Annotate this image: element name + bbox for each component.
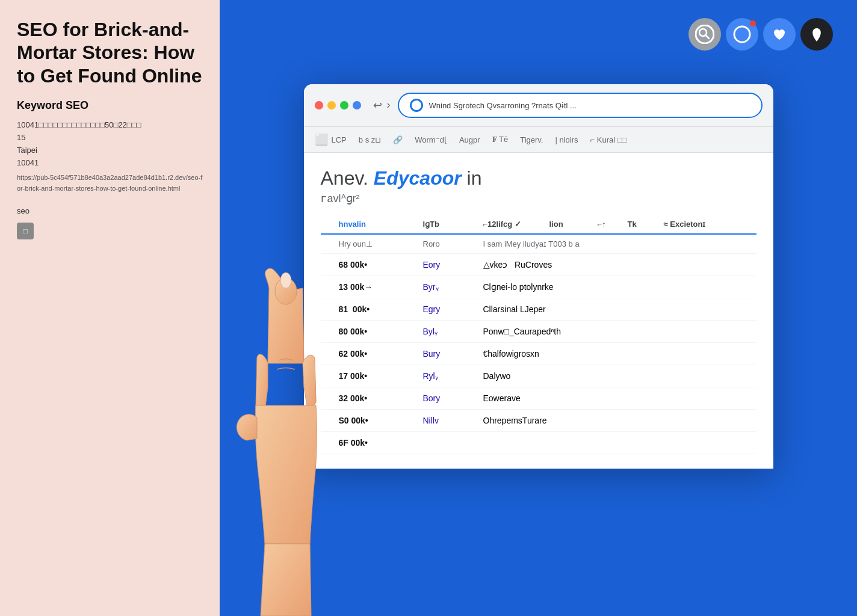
table-row[interactable]: 80 00k• Bylᵧ Ponw□_Caurapedⁿth [321, 321, 756, 343]
browser-app-icon-3[interactable] [763, 18, 796, 51]
browser-tabs: ⬜ LCP b s z⊔ 🔗 Worm⁻d⌊ Augpr 𝐅 Tē Tigerv… [304, 127, 773, 153]
col-comp-header: lion [549, 220, 598, 229]
data-table: hnvalin lɡTb ⌐12lifcg ✓ lion ⌐↑ Tk ≈ Exc… [321, 215, 756, 454]
extra-tab[interactable] [353, 101, 361, 109]
pointing-hand-illustration [208, 267, 376, 616]
tab-nloirs-label: | nloirs [555, 135, 578, 144]
browser-toolbar: ↩ › Wnind Sgrotech Qvsarroning ?rnats Qɨ… [304, 84, 773, 127]
table-row[interactable]: 32 00k• Bory Eowerave [321, 387, 756, 410]
table-row[interactable]: 81 00k• Egry Cllarsinal LJeper [321, 298, 756, 321]
subrow-vol: Roro [423, 239, 483, 248]
page-sub: ᴦavlᴬɡr² [321, 192, 756, 205]
tab-kural[interactable]: ⌐ Kural □□ [590, 135, 627, 144]
tab-lcp[interactable]: ⬜ LCP [315, 133, 347, 146]
browser-app-icon-4[interactable] [800, 18, 833, 51]
tab-wormd-label: Worm⁻d⌊ [415, 135, 447, 144]
sidebar-icon: □ [17, 223, 34, 239]
search-circle-icon [695, 25, 714, 44]
col-arrow-header: ⌐↑ [598, 220, 628, 229]
tab-tiger[interactable]: Tigerv. [520, 135, 543, 144]
svg-line-2 [705, 35, 709, 38]
heading-part3: in [462, 167, 482, 189]
leaf-icon [808, 26, 825, 43]
maximize-button[interactable] [340, 101, 348, 109]
svg-point-5 [280, 273, 291, 288]
tab-tiger-label: Tigerv. [520, 135, 543, 144]
tab-bsz[interactable]: b s z⊔ [359, 135, 381, 144]
col-exc-header: ≈ Excietonɪ [664, 220, 724, 229]
sidebar: SEO for Brick-and-Mortar Stores: How to … [0, 0, 220, 616]
nav-controls: ↩ › [373, 99, 391, 112]
tab-kural-label: ⌐ Kural □□ [590, 135, 627, 144]
traffic-lights [315, 101, 361, 109]
table-row[interactable]: 13 00k→ Byrᵧ Clɡnei-lo ptolynrke [321, 276, 756, 298]
table-row[interactable]: 68 00k• Eory △vkeɔ RuCroves [321, 254, 756, 276]
subrow-desc: I sam iMey iludyaɪ T003 b a [483, 239, 756, 248]
minimize-button[interactable] [327, 101, 336, 109]
close-button[interactable] [315, 101, 323, 109]
row-desc: △vkeɔ RuCroves [483, 260, 756, 270]
col-keyword-header: hnvalin [339, 220, 423, 229]
link-icon: 🔗 [393, 135, 403, 144]
back-button[interactable]: ↩ [373, 99, 382, 112]
tab-lcp-label: LCP [332, 135, 347, 144]
tab-augpr[interactable]: Augpr [459, 135, 480, 144]
table-row[interactable]: 17 00k• Rylᵧ Dalywo [321, 365, 756, 387]
tab-fte-label: 𝐅 Tē [492, 135, 509, 144]
col-vol-header: lɡTb [423, 220, 483, 229]
svg-point-3 [734, 26, 750, 42]
subrow-keyword: Hry oun⊥ [339, 239, 423, 248]
forward-button[interactable]: › [387, 99, 391, 112]
table-subrow: Hry oun⊥ Roro I sam iMey iludyaɪ T003 b … [321, 235, 756, 254]
loading-indicator [410, 99, 423, 112]
main-area: ↩ › Wnind Sgrotech Qvsarroning ?rnats Qɨ… [220, 0, 857, 616]
hand-overlay [208, 267, 376, 616]
table-row[interactable]: 6F 00k• [321, 432, 756, 454]
tab-fte[interactable]: 𝐅 Tē [492, 135, 509, 144]
row-vol: Eory [423, 260, 483, 270]
tab-link[interactable]: 🔗 [393, 135, 403, 144]
tab-bsz-label: b s z⊔ [359, 135, 381, 144]
top-icons-bar [688, 18, 833, 51]
heart-icon [771, 26, 788, 43]
tab-augpr-label: Augpr [459, 135, 480, 144]
tab-lcp-icon: ⬜ [315, 133, 328, 146]
table-header: hnvalin lɡTb ⌐12lifcg ✓ lion ⌐↑ Tk ≈ Exc… [321, 215, 756, 235]
col-tk-header: Tk [628, 220, 664, 229]
tab-nloirs[interactable]: | nloirs [555, 135, 578, 144]
browser-app-icon-1[interactable] [688, 18, 721, 51]
svg-point-0 [696, 25, 714, 43]
address-bar[interactable]: Wnind Sgrotech Qvsarroning ?rnats Qɨtl .… [398, 93, 763, 118]
heading-part1: Anev. [321, 167, 374, 189]
sidebar-meta: 10041□□□□□□□□□□□□□□50□22□□□ 15 Taipei 10… [17, 119, 203, 194]
browser-app-icon-2[interactable] [726, 18, 758, 51]
heading-part2: Edycaoor [374, 167, 462, 189]
tab-wormd[interactable]: Worm⁻d⌊ [415, 135, 447, 144]
circle-dot-icon [733, 25, 751, 43]
sidebar-title: SEO for Brick-and-Mortar Stores: How to … [17, 18, 203, 87]
col-trend-header: ⌐12lifcg ✓ [483, 220, 549, 229]
address-text: Wnind Sgrotech Qvsarroning ?rnats Qɨtl .… [429, 101, 750, 110]
table-row[interactable]: S0 00k• Nillv OhrepemsTurare [321, 410, 756, 432]
table-row[interactable]: 62 00k• Bury €halfowigrosxn [321, 343, 756, 365]
page-heading: Anev. Edycaoor in [321, 167, 756, 189]
sidebar-tag: seo [17, 206, 203, 215]
sidebar-subtitle: Keyword SEO [17, 99, 203, 112]
